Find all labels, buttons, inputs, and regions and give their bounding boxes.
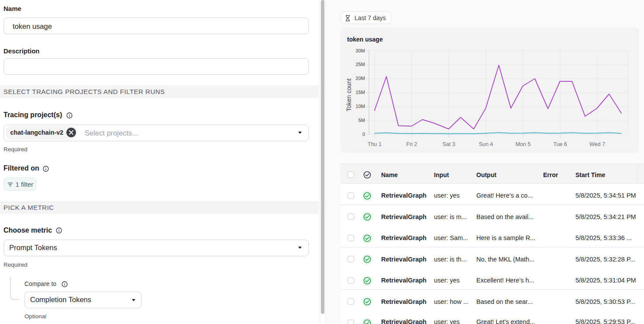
svg-text:5M: 5M [358, 118, 365, 123]
svg-text:0: 0 [362, 132, 365, 137]
svg-text:Fri 2: Fri 2 [406, 141, 417, 147]
svg-text:20M: 20M [356, 76, 365, 81]
svg-text:Tue 6: Tue 6 [553, 141, 567, 147]
svg-text:Wed 7: Wed 7 [589, 141, 605, 147]
svg-text:15M: 15M [356, 90, 365, 95]
svg-text:25M: 25M [356, 62, 365, 67]
svg-text:Thu 1: Thu 1 [368, 141, 382, 147]
svg-text:Mon 5: Mon 5 [516, 141, 531, 147]
svg-text:30M: 30M [356, 48, 365, 53]
svg-text:10M: 10M [356, 104, 365, 109]
svg-text:Token count: Token count [345, 78, 352, 111]
svg-text:Sun 4: Sun 4 [479, 141, 493, 147]
svg-text:Sat 3: Sat 3 [442, 141, 455, 147]
